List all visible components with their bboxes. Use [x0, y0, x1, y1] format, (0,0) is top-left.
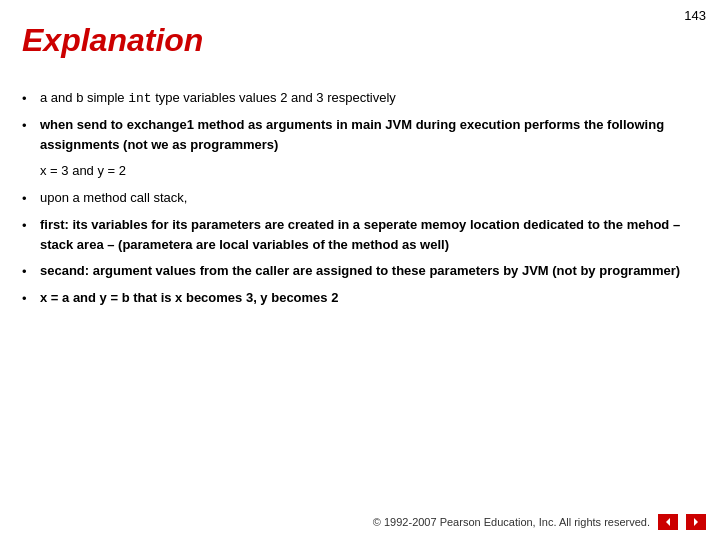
- list-item: • upon a method call stack,: [22, 188, 698, 209]
- bullet-text: first: its variables for its parameters …: [40, 215, 698, 255]
- bullet-text: when send to exchange1 method as argumen…: [40, 115, 698, 155]
- bullet-text: x = a and y = b that is x becomes 3, y b…: [40, 288, 698, 308]
- indented-line: x = 3 and y = 2: [40, 161, 698, 181]
- svg-marker-1: [694, 518, 698, 526]
- list-item: • when send to exchange1 method as argum…: [22, 115, 698, 155]
- list-item: • a and b simple int type variables valu…: [22, 88, 698, 109]
- bullet-text: secand: argument values from the caller …: [40, 261, 698, 281]
- bullet-icon: •: [22, 289, 40, 309]
- bullet-icon: •: [22, 116, 40, 136]
- svg-marker-0: [666, 518, 670, 526]
- bullet-text: a and b simple int type variables values…: [40, 88, 698, 109]
- next-button[interactable]: [686, 514, 706, 530]
- list-item: • first: its variables for its parameter…: [22, 215, 698, 255]
- page-number: 143: [684, 8, 706, 23]
- bullet-text: upon a method call stack,: [40, 188, 698, 208]
- bullet-icon: •: [22, 262, 40, 282]
- footer-text: © 1992-2007 Pearson Education, Inc. All …: [373, 516, 650, 528]
- list-item: • secand: argument values from the calle…: [22, 261, 698, 282]
- page-title: Explanation: [22, 22, 203, 59]
- bullet-icon: •: [22, 89, 40, 109]
- prev-button[interactable]: [658, 514, 678, 530]
- footer: © 1992-2007 Pearson Education, Inc. All …: [373, 514, 706, 530]
- list-item: • x = a and y = b that is x becomes 3, y…: [22, 288, 698, 309]
- content-area: • a and b simple int type variables valu…: [22, 88, 698, 315]
- bullet-icon: •: [22, 189, 40, 209]
- bullet-icon: •: [22, 216, 40, 236]
